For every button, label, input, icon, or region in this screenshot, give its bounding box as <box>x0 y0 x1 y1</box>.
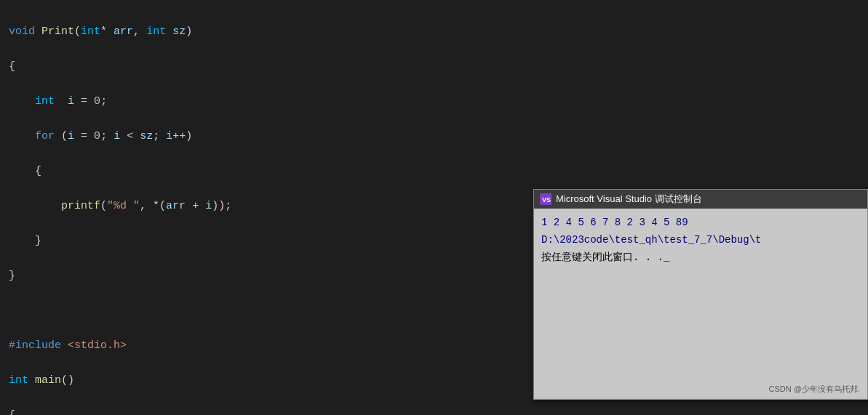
code-line-9 <box>9 302 522 320</box>
console-output-2: D:\2023code\test_qh\test_7_7\Debug\t <box>541 232 860 249</box>
console-watermark: CSDN @少年没有乌托邦. <box>769 384 860 395</box>
svg-text:VS: VS <box>542 196 551 204</box>
code-line-4: for (i = 0; i < sz; i++) <box>9 128 522 145</box>
console-title: Microsoft Visual Studio 调试控制台 <box>556 193 702 206</box>
console-output-3: 按任意键关闭此窗口. . ._ <box>541 249 860 267</box>
code-line-10: #include <stdio.h> <box>9 337 522 355</box>
code-line-11: int main() <box>9 372 522 390</box>
console-output-1: 1 2 4 5 6 7 8 2 3 4 5 89 <box>541 214 860 232</box>
code-line-3: int i = 0; <box>9 93 522 110</box>
code-line-2: { <box>9 58 522 76</box>
code-editor: void Print(int* arr, int sz) { int i = 0… <box>0 0 531 415</box>
code-line-12: { <box>9 407 522 415</box>
vs-icon: VS <box>540 193 552 205</box>
code-line-1: void Print(int* arr, int sz) <box>9 23 522 41</box>
console-titlebar: VS Microsoft Visual Studio 调试控制台 <box>534 190 867 209</box>
console-window: VS Microsoft Visual Studio 调试控制台 1 2 4 5… <box>533 189 868 400</box>
console-body: 1 2 4 5 6 7 8 2 3 4 5 89 D:\2023code\tes… <box>534 209 867 398</box>
code-line-6: printf("%d ", *(arr + i)); <box>9 198 522 215</box>
code-line-5: { <box>9 163 522 180</box>
code-line-7: } <box>9 233 522 250</box>
code-line-8: } <box>9 267 522 285</box>
